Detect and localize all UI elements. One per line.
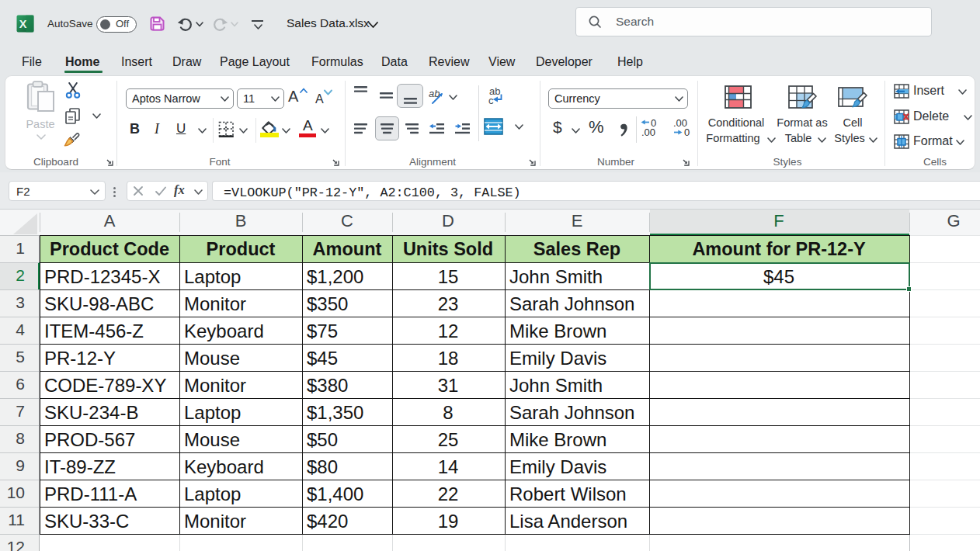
svg-text:0: 0 [684, 126, 690, 138]
svg-text:.00: .00 [641, 126, 655, 138]
svg-text:c: c [488, 95, 494, 106]
svg-text:X: X [19, 18, 27, 30]
